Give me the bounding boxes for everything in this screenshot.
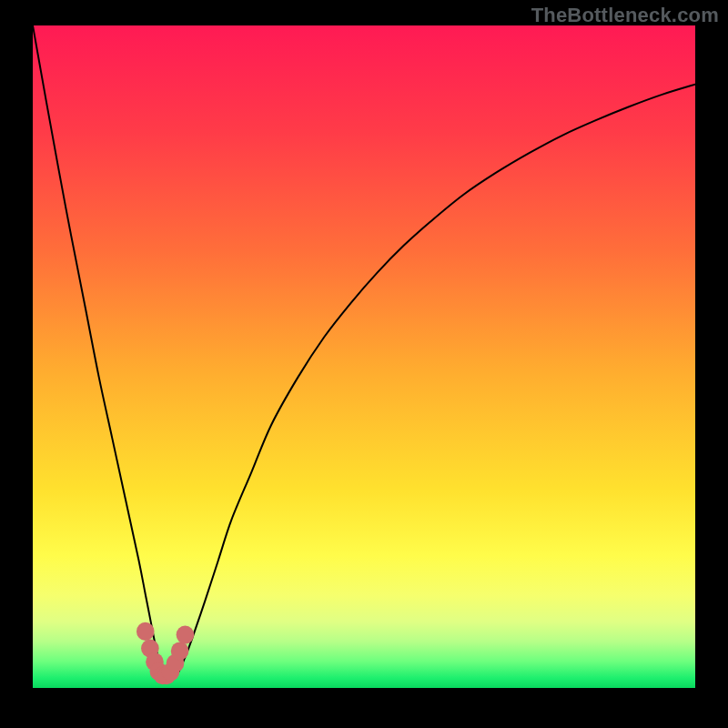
marker-dot bbox=[177, 626, 195, 644]
plot-area bbox=[33, 25, 695, 703]
outer-frame: TheBottleneck.com bbox=[0, 0, 728, 728]
chart-layer bbox=[33, 25, 695, 703]
attribution-text: TheBottleneck.com bbox=[531, 4, 719, 27]
marker-dot bbox=[171, 642, 189, 660]
marker-dot bbox=[136, 622, 155, 641]
bottleneck-curve bbox=[33, 25, 695, 679]
marker-cluster bbox=[136, 622, 194, 684]
